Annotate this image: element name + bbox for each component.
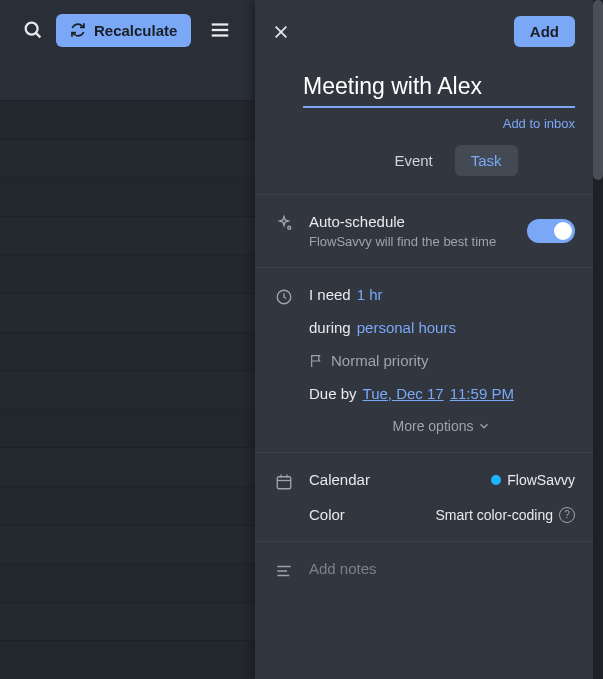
help-icon[interactable]: ? <box>559 507 575 523</box>
color-label: Color <box>309 506 345 523</box>
svg-point-0 <box>26 23 38 35</box>
more-options-toggle[interactable]: More options <box>309 418 575 434</box>
more-options-label: More options <box>393 418 474 434</box>
due-date-value[interactable]: Tue, Dec 17 <box>363 385 444 402</box>
calendar-row <box>0 332 260 371</box>
duration-value[interactable]: 1 hr <box>357 286 383 303</box>
notes-icon <box>275 562 293 580</box>
calendar-section: Calendar FlowSavvy Color Smart color-cod… <box>255 452 593 541</box>
svg-point-7 <box>288 226 291 229</box>
color-value: Smart color-coding <box>436 507 554 523</box>
flag-icon <box>309 353 325 369</box>
due-time-value[interactable]: 11:59 PM <box>450 385 514 402</box>
calendar-row <box>0 447 260 486</box>
calendar-row <box>0 602 260 641</box>
close-icon[interactable] <box>273 24 289 40</box>
calendar-row <box>0 525 260 564</box>
calendar-row <box>0 216 260 255</box>
calendar-row <box>0 177 260 216</box>
calendar-grid <box>0 100 260 679</box>
calendar-row <box>0 370 260 409</box>
calendar-row <box>0 254 260 293</box>
autoschedule-section: Auto-schedule FlowSavvy will find the be… <box>255 194 593 267</box>
calendar-row <box>0 293 260 332</box>
during-value[interactable]: personal hours <box>357 319 456 336</box>
refresh-icon <box>70 22 86 38</box>
tab-event[interactable]: Event <box>378 145 448 176</box>
task-panel: Add Add to inbox Event Task Auto-schedul… <box>255 0 603 679</box>
recalculate-button[interactable]: Recalculate <box>56 14 191 47</box>
panel-scrollbar[interactable] <box>593 0 603 679</box>
scrollbar-thumb[interactable] <box>593 0 603 180</box>
during-label: during <box>309 319 351 336</box>
chevron-down-icon <box>477 419 491 433</box>
tab-task[interactable]: Task <box>455 145 518 176</box>
autoschedule-subtitle: FlowSavvy will find the best time <box>309 234 496 249</box>
svg-line-1 <box>36 33 40 37</box>
recalculate-label: Recalculate <box>94 22 177 39</box>
notes-section: Add notes <box>255 541 593 598</box>
calendar-row <box>0 640 260 679</box>
svg-rect-9 <box>277 477 291 489</box>
calendar-icon <box>275 473 293 523</box>
calendar-color-dot <box>491 475 501 485</box>
add-to-inbox-link[interactable]: Add to inbox <box>303 116 575 131</box>
due-label: Due by <box>309 385 357 402</box>
scheduling-section: I need 1 hr during personal hours Normal… <box>255 267 593 452</box>
notes-input[interactable]: Add notes <box>309 560 377 577</box>
need-label: I need <box>309 286 351 303</box>
clock-icon <box>275 288 293 434</box>
calendar-row <box>0 100 260 139</box>
autoschedule-title: Auto-schedule <box>309 213 496 230</box>
sparkle-icon <box>275 215 293 249</box>
autoschedule-toggle[interactable] <box>527 219 575 243</box>
calendar-row <box>0 409 260 448</box>
calendar-row <box>0 139 260 178</box>
add-button[interactable]: Add <box>514 16 575 47</box>
priority-value[interactable]: Normal priority <box>331 352 429 369</box>
calendar-row <box>0 563 260 602</box>
search-icon[interactable] <box>22 19 44 41</box>
calendar-row <box>0 486 260 525</box>
menu-icon[interactable] <box>209 19 231 41</box>
calendar-name: FlowSavvy <box>507 472 575 488</box>
task-title-input[interactable] <box>303 73 575 108</box>
color-selector[interactable]: Smart color-coding ? <box>436 507 576 523</box>
calendar-selector[interactable]: FlowSavvy <box>491 472 575 488</box>
calendar-label: Calendar <box>309 471 370 488</box>
